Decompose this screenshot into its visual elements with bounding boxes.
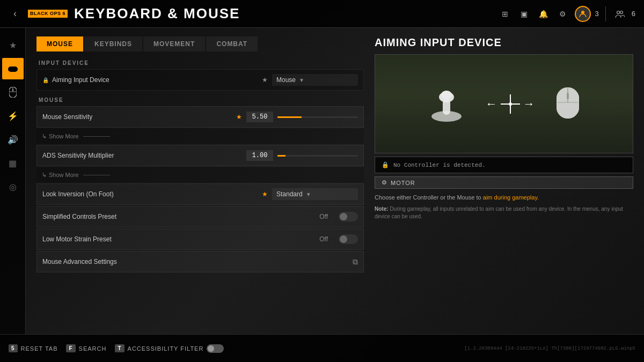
show-more-button-1[interactable]: ↳ Show More: [42, 133, 110, 140]
section-label-mouse: MOUSE: [36, 97, 364, 103]
row-aiming-input-device: 🔒 Aiming Input Device ★ Mouse ▼: [36, 69, 364, 91]
bell-icon[interactable]: 🔔: [536, 6, 551, 21]
simplified-toggle[interactable]: [339, 212, 358, 221]
content-area: MOUSE KEYBINDS MOVEMENT COMBAT INPUT DEV…: [26, 28, 644, 334]
sidebar-item-action[interactable]: ⚡: [2, 105, 24, 127]
sidebar-item-display[interactable]: ▦: [2, 152, 24, 174]
reset-tab-key: 5: [9, 344, 18, 352]
left-panel: MOUSE KEYBINDS MOVEMENT COMBAT INPUT DEV…: [36, 36, 364, 326]
simplified-off-label: Off: [319, 213, 328, 220]
accessibility-toggle[interactable]: [207, 344, 224, 353]
reset-tab-button[interactable]: 5 RESET TAB: [9, 344, 57, 352]
external-link-icon[interactable]: ⧉: [353, 257, 358, 267]
monitor-icon[interactable]: ▣: [517, 6, 532, 21]
right-panel: Aiming Input Device: [375, 36, 633, 326]
show-more-sensitivity: ↳ Show More: [36, 129, 364, 144]
motor-button[interactable]: ⚙ MOTOR: [375, 176, 633, 189]
aim-indicator: ← →: [486, 94, 535, 114]
row-ads-sensitivity: ADS Sensitivity Multiplier: [36, 145, 364, 166]
svg-point-1: [617, 11, 619, 13]
motor-icon: ⚙: [382, 179, 387, 186]
row-label-mouse-sensitivity: Mouse Sensitivity: [42, 113, 236, 121]
row-label-mouse-advanced: Mouse Advanced Settings: [42, 258, 353, 265]
tab-keybinds[interactable]: KEYBINDS: [84, 36, 142, 51]
avatar-count: 3: [595, 10, 599, 18]
info-text-highlight: aim during gameplay.: [483, 194, 539, 201]
crosshair-icon: [501, 94, 520, 114]
low-motor-off-label: Off: [319, 235, 328, 243]
chevron-down-icon-2: ▼: [306, 191, 311, 197]
ads-sensitivity-input[interactable]: [246, 150, 273, 161]
joystick-preview-icon: [429, 85, 464, 123]
accessibility-filter-button[interactable]: T ACCESSIBILITY FILTER: [115, 344, 224, 353]
tab-mouse[interactable]: MOUSE: [36, 36, 83, 51]
tab-combat[interactable]: COMBAT: [206, 36, 258, 51]
grid-icon[interactable]: ⊞: [497, 6, 513, 21]
row-mouse-sensitivity: Mouse Sensitivity ★: [36, 106, 364, 128]
controller-notice: 🔒 No Controller is detected.: [375, 157, 633, 173]
star-icon-sensitivity[interactable]: ★: [236, 113, 242, 121]
preview-box: ← →: [375, 54, 633, 153]
row-value-mouse-advanced[interactable]: ⧉: [353, 257, 358, 267]
show-more-ads: ↳ Show More: [36, 167, 364, 182]
row-value-look-inversion[interactable]: ★ Standard ▼: [262, 188, 358, 200]
sidebar-item-network[interactable]: ◎: [2, 176, 24, 197]
low-motor-toggle[interactable]: [339, 234, 358, 244]
row-look-inversion: Look Inversion (On Foot) ★ Standard ▼: [36, 183, 364, 205]
svg-point-14: [441, 91, 452, 99]
section-label-input-device: INPUT DEVICE: [36, 60, 364, 66]
row-value-ads-sensitivity[interactable]: [246, 150, 358, 161]
row-value-mouse-sensitivity[interactable]: ★: [236, 112, 358, 122]
row-low-motor-strain: Low Motor Strain Preset Off: [36, 228, 364, 250]
row-mouse-advanced: Mouse Advanced Settings ⧉: [36, 251, 364, 272]
accessibility-label: ACCESSIBILITY FILTER: [128, 345, 204, 352]
low-motor-toggle-knob: [340, 235, 347, 243]
row-label-low-motor-strain: Low Motor Strain Preset: [42, 235, 319, 243]
star-icon-look-inversion[interactable]: ★: [262, 190, 268, 198]
row-label-ads-sensitivity: ADS Sensitivity Multiplier: [42, 152, 246, 159]
gear-icon[interactable]: ⚙: [555, 6, 570, 21]
row-value-aiming-input[interactable]: ★ Mouse ▼: [262, 74, 358, 86]
row-value-simplified-controls[interactable]: Off: [319, 212, 358, 221]
svg-point-7: [16, 69, 17, 71]
search-button[interactable]: f SEARCH: [66, 344, 106, 352]
topbar-right: ⊞ ▣ 🔔 ⚙ 3 6: [497, 6, 635, 22]
back-button[interactable]: ‹: [9, 8, 21, 20]
friends-icon[interactable]: [612, 6, 627, 21]
bottom-bar: 5 RESET TAB f SEARCH T ACCESSIBILITY FIL…: [0, 334, 644, 362]
arrow-right-icon: →: [523, 97, 535, 111]
reset-tab-label: RESET TAB: [21, 345, 58, 352]
ads-sensitivity-slider[interactable]: [277, 155, 358, 157]
star-icon-aiming[interactable]: ★: [262, 76, 268, 84]
friends-count: 6: [632, 10, 635, 18]
tab-movement[interactable]: MOVEMENT: [143, 36, 205, 51]
search-label: SEARCH: [79, 345, 107, 352]
chevron-down-icon: ▼: [299, 77, 304, 83]
accessibility-toggle-knob: [208, 345, 214, 352]
info-text: Choose either Controller or the Mouse to…: [375, 193, 633, 202]
info-note: Note: During gameplay, all inputs unrela…: [375, 205, 633, 220]
row-simplified-controls: Simplified Controls Preset Off: [36, 206, 364, 227]
main-layout: ★ ⚡ 🔊 ▦ ◎: [0, 28, 644, 334]
show-more-button-2[interactable]: ↳ Show More: [42, 172, 110, 179]
topbar: ‹ BLACK OPS 6 KEYBOARD & MOUSE ⊞ ▣ 🔔 ⚙ 3…: [0, 0, 644, 28]
svg-point-0: [581, 11, 584, 14]
sensitivity-input[interactable]: [246, 112, 273, 122]
dropdown-look-inversion[interactable]: Standard ▼: [272, 188, 358, 200]
sidebar-item-audio[interactable]: 🔊: [2, 129, 24, 150]
divider: [605, 6, 606, 21]
row-value-low-motor-strain[interactable]: Off: [319, 234, 358, 244]
topbar-left: ‹ BLACK OPS 6 KEYBOARD & MOUSE: [9, 5, 240, 22]
sidebar-item-mouse[interactable]: [2, 82, 24, 103]
sidebar-item-controller[interactable]: [2, 58, 24, 79]
preview-content: ← →: [375, 55, 633, 153]
simplified-toggle-knob: [340, 213, 347, 220]
mouse-preview-icon: [557, 87, 579, 121]
sidebar-item-favorites[interactable]: ★: [2, 34, 24, 56]
sensitivity-slider[interactable]: [277, 116, 358, 118]
version-text: [1.2.20309444 [24-210225+1LA] Th[7380][1…: [464, 346, 635, 351]
row-label-look-inversion: Look Inversion (On Foot): [42, 190, 262, 198]
dropdown-aiming-input[interactable]: Mouse ▼: [272, 74, 358, 86]
svg-rect-5: [9, 69, 12, 70]
avatar[interactable]: [575, 6, 591, 22]
